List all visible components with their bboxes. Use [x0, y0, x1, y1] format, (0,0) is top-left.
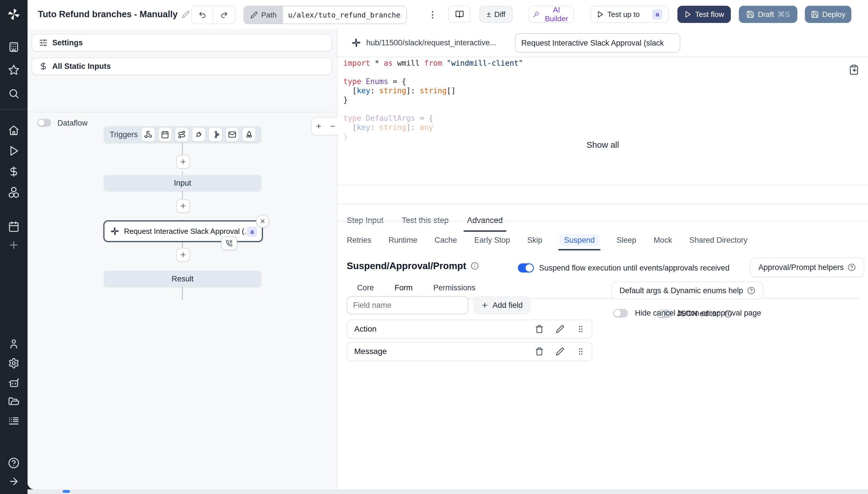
zoom-in-button[interactable]: +: [316, 121, 321, 131]
ai-robot-icon[interactable]: [8, 377, 19, 388]
windmill-logo: [7, 7, 21, 21]
step-name-input[interactable]: [515, 33, 680, 53]
ai-builder-button[interactable]: AI Builder: [529, 6, 574, 23]
remove-step-x-icon[interactable]: [256, 214, 269, 228]
workspace-icon[interactable]: [8, 41, 19, 53]
subtab-early-stop[interactable]: Early Stop: [474, 236, 510, 250]
edit-field-pencil-icon[interactable]: [556, 347, 564, 356]
add-field-row: Add field: [347, 296, 531, 315]
search-icon[interactable]: [8, 88, 19, 99]
user-icon[interactable]: [8, 338, 19, 349]
hub-script-path[interactable]: hub/11500/slack/request_interactive...: [366, 38, 496, 48]
resources-boxes-icon[interactable]: [8, 187, 19, 198]
show-all-button[interactable]: Show all: [337, 140, 868, 150]
plus-minus-icon: ±: [487, 10, 491, 19]
add-plus-icon[interactable]: [8, 239, 19, 251]
runs-play-icon[interactable]: [8, 145, 19, 157]
redo-icon[interactable]: [214, 6, 235, 23]
more-options-kebab-icon[interactable]: ⋮: [428, 0, 437, 29]
field-name-input[interactable]: [347, 296, 468, 315]
approval-prompt-helpers-button[interactable]: Approval/Prompt helpers: [750, 258, 864, 277]
default-args-help-button[interactable]: Default args & Dynamic enums help: [611, 282, 763, 300]
subtab-retries[interactable]: Retries: [347, 236, 371, 250]
docs-book-button[interactable]: [448, 6, 471, 23]
variables-dollar-icon[interactable]: [8, 166, 19, 177]
subtab-shared-directory[interactable]: Shared Directory: [689, 236, 747, 250]
tab-test-this-step[interactable]: Test this step: [402, 216, 449, 232]
schedules-calendar-icon[interactable]: [8, 221, 19, 232]
flow-graph-panel: Settings All Static Inputs Dataflow + − …: [27, 29, 337, 489]
detail-list-icon[interactable]: [8, 415, 19, 427]
undo-icon[interactable]: [192, 6, 214, 23]
save-icon: [811, 10, 819, 18]
tab-step-input[interactable]: Step Input: [347, 216, 384, 232]
clipboard-icon[interactable]: [849, 64, 860, 75]
subtab-cache[interactable]: Cache: [435, 236, 457, 250]
suspend-toggle[interactable]: [518, 263, 534, 272]
expand-sidebar-arrow-icon[interactable]: [8, 476, 19, 487]
info-icon[interactable]: [471, 262, 479, 270]
sliders-icon: [39, 38, 48, 47]
code-block[interactable]: import * as wmill from "windmill-client"…: [343, 58, 860, 172]
tab-advanced[interactable]: Advanced: [467, 216, 503, 232]
subtab-mock[interactable]: Mock: [653, 236, 672, 250]
http-route-icon[interactable]: [176, 128, 188, 141]
triggers-node[interactable]: Triggers: [104, 126, 261, 143]
settings-gear-icon[interactable]: [8, 358, 19, 369]
add-field-button[interactable]: Add field: [473, 296, 531, 315]
drag-handle-grip-icon[interactable]: [576, 347, 585, 356]
topbar: Tuto Refund branches - Manually Path ⋮ ±…: [27, 0, 868, 29]
subtab-sleep[interactable]: Sleep: [616, 236, 636, 250]
all-static-inputs-button[interactable]: All Static Inputs: [32, 57, 332, 75]
path-input[interactable]: [283, 6, 406, 23]
path-button[interactable]: Path: [244, 6, 283, 23]
slack-icon: [110, 227, 119, 236]
delete-field-trash-icon[interactable]: [535, 347, 544, 356]
slack-approval-step-node[interactable]: Request Interactive Slack Approval (... …: [103, 220, 263, 242]
deploy-button[interactable]: Deploy: [805, 6, 851, 23]
scheduled-poll-icon[interactable]: [243, 128, 256, 141]
help-circle-icon: [848, 263, 856, 271]
subtab-runtime[interactable]: Runtime: [389, 236, 418, 250]
section-divider: [337, 204, 868, 204]
subtab-skip[interactable]: Skip: [527, 236, 542, 250]
favorites-star-icon[interactable]: [8, 64, 19, 76]
hide-cancel-row: Hide cancel button on approval page: [613, 309, 761, 318]
add-step-button[interactable]: [176, 199, 190, 213]
horizontal-scrollbar[interactable]: [62, 490, 70, 493]
input-node[interactable]: Input: [104, 175, 261, 191]
edit-title-pencil-icon[interactable]: [182, 10, 190, 18]
app-sidebar: [0, 0, 27, 494]
help-icon[interactable]: [8, 457, 19, 469]
test-flow-button[interactable]: Test flow: [678, 6, 731, 23]
add-step-button[interactable]: [176, 248, 190, 262]
dollar-icon: [39, 62, 48, 71]
dataflow-toggle[interactable]: [37, 119, 51, 127]
folders-icon[interactable]: [8, 397, 19, 408]
test-up-to-button[interactable]: Test up toa: [590, 6, 669, 23]
edit-field-pencil-icon[interactable]: [556, 325, 564, 334]
form-field-row[interactable]: Message: [347, 342, 592, 361]
home-icon[interactable]: [8, 125, 19, 136]
step-id-badge: a: [247, 227, 257, 237]
schedule-calendar-icon[interactable]: [159, 128, 172, 141]
hide-cancel-toggle[interactable]: [613, 309, 628, 318]
subtab-suspend[interactable]: Suspend: [559, 236, 599, 250]
form-field-row[interactable]: Action: [347, 320, 592, 339]
draft-button[interactable]: Draft⌘S: [739, 6, 797, 23]
zoom-out-button[interactable]: −: [330, 121, 335, 131]
result-node[interactable]: Result: [104, 271, 261, 287]
add-step-button[interactable]: [176, 155, 190, 169]
flow-settings-button[interactable]: Settings: [32, 34, 332, 52]
drag-handle-grip-icon[interactable]: [576, 325, 585, 334]
webhook-icon[interactable]: [142, 128, 155, 141]
suspend-phone-incoming-icon[interactable]: [221, 236, 237, 250]
section-divider: [337, 221, 868, 222]
diff-button[interactable]: ±Diff: [479, 6, 513, 23]
advanced-subtabs: Retries Runtime Cache Early Stop Skip Su…: [347, 236, 747, 250]
save-icon: [746, 10, 754, 18]
kafka-icon[interactable]: [209, 128, 222, 141]
email-icon[interactable]: [226, 128, 239, 141]
websocket-plug-icon[interactable]: [192, 128, 205, 141]
delete-field-trash-icon[interactable]: [535, 325, 544, 334]
